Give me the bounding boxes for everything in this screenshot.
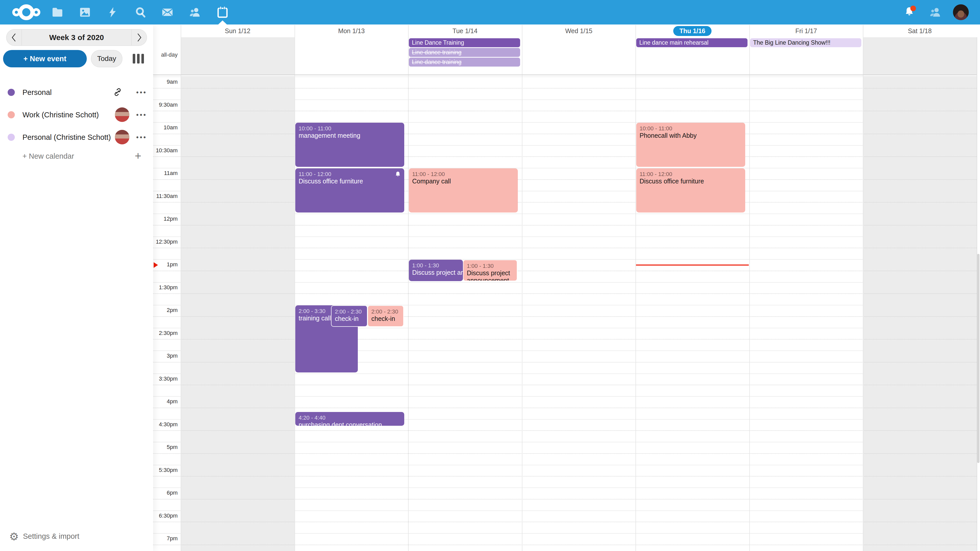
column-border — [181, 25, 181, 551]
all-day-event[interactable]: Line Dance Training — [409, 38, 520, 47]
notifications-bell-button[interactable] — [904, 6, 916, 18]
user-avatar[interactable] — [953, 4, 969, 20]
weekend-shading — [181, 37, 294, 75]
slot-minor-line — [153, 293, 977, 294]
calendar-list-item[interactable]: Personal••• — [0, 81, 153, 103]
calendar-list-item[interactable]: Work (Christine Schott)••• — [0, 103, 153, 126]
plus-icon[interactable]: + — [135, 149, 142, 162]
calendar-actions-menu[interactable]: ••• — [133, 126, 151, 148]
all-day-event[interactable]: The Big Line Dancing Show!!! — [750, 38, 861, 47]
day-header-wed[interactable]: Wed 1/15 — [522, 24, 636, 37]
calendar-list-item[interactable]: Personal (Christine Schott)••• — [0, 126, 153, 148]
event-time: 11:00 - 12:00 — [640, 171, 743, 178]
slot-line — [153, 487, 977, 488]
day-header-sun[interactable]: Sun 1/12 — [181, 24, 294, 37]
event-block[interactable]: 4:20 - 4:40purchasing dept conversation — [295, 412, 404, 426]
column-border — [749, 25, 750, 551]
event-block[interactable]: 10:00 - 11:00Phonecall with Abby — [636, 123, 745, 167]
all-day-event[interactable]: Line dance main rehearsal — [636, 38, 748, 47]
all-day-event[interactable]: Line dance training — [409, 48, 520, 57]
slot-minor-line — [153, 545, 977, 545]
time-label: 9:30am — [153, 102, 178, 108]
slot-minor-line — [153, 88, 977, 89]
calendar-actions-menu[interactable]: ••• — [133, 103, 151, 126]
event-title: Discuss project announcement — [467, 269, 515, 281]
view-bar-icon — [137, 54, 140, 64]
day-header-mon[interactable]: Mon 1/13 — [294, 24, 408, 37]
contacts-menu-button[interactable] — [923, 0, 948, 24]
scrollbar-thumb[interactable] — [977, 254, 980, 463]
app-files[interactable] — [45, 0, 70, 24]
slot-minor-line — [153, 522, 977, 522]
slot-line — [153, 419, 977, 420]
time-label: 11am — [153, 170, 178, 176]
event-block[interactable]: 1:00 - 1:30Discuss project announcement — [463, 260, 517, 281]
event-block[interactable]: 11:00 - 12:00Discuss office furniture — [295, 168, 404, 213]
event-time: 2:00 - 2:30 — [335, 308, 365, 315]
chevron-right-icon — [136, 33, 142, 42]
calendar-color-dot — [8, 111, 15, 118]
calendar-color-dot — [8, 134, 15, 141]
top-navigation-bar — [0, 0, 980, 24]
time-label: 11:30am — [153, 193, 178, 200]
slot-minor-line — [153, 316, 977, 317]
slot-minor-line — [153, 453, 977, 454]
avatar-face — [958, 11, 964, 17]
calendar-actions-menu[interactable]: ••• — [133, 81, 151, 103]
settings-import[interactable]: ⚙ Settings & import — [0, 529, 153, 545]
day-header-tue[interactable]: Tue 1/14 — [408, 24, 522, 37]
time-label: 10:30am — [153, 147, 178, 154]
column-border — [863, 25, 863, 551]
calendar-name: Work (Christine Schott) — [22, 111, 99, 119]
day-header-sat[interactable]: Sat 1/18 — [863, 24, 977, 37]
slot-minor-line — [153, 385, 977, 385]
event-title: Phonecall with Abby — [640, 132, 743, 139]
time-label: 6pm — [153, 489, 178, 496]
all-day-event[interactable]: Line dance training — [409, 58, 520, 67]
event-block[interactable]: 2:00 - 2:30check-in — [331, 305, 368, 327]
slot-line — [153, 168, 977, 168]
week-label[interactable]: Week 3 of 2020 — [21, 30, 132, 45]
event-title: Discuss office furniture — [640, 178, 743, 185]
event-time: 4:20 - 4:40 — [299, 414, 402, 421]
time-label: 2pm — [153, 307, 178, 313]
time-label: 5pm — [153, 444, 178, 451]
nextcloud-logo-icon[interactable] — [6, 0, 45, 24]
calendar-owner-avatar — [115, 130, 129, 144]
event-block[interactable]: 11:00 - 12:00Company call — [409, 168, 518, 213]
new-calendar-item[interactable]: + New calendar+ — [0, 148, 153, 166]
day-header-thu[interactable]: Thu 1/16 — [635, 24, 749, 37]
new-event-button[interactable]: + New event — [3, 50, 87, 67]
new-calendar-label: + New calendar — [22, 152, 74, 160]
chevron-left-icon — [11, 33, 18, 42]
slot-line — [153, 510, 977, 511]
event-block[interactable]: 2:00 - 2:30check-in — [368, 305, 404, 327]
previous-week-button[interactable] — [6, 30, 21, 45]
app-contacts[interactable] — [183, 0, 207, 24]
weekend-shading — [181, 76, 294, 551]
day-header-fri[interactable]: Fri 1/17 — [749, 24, 863, 37]
app-calendar[interactable] — [210, 0, 235, 24]
app-activity[interactable] — [100, 0, 125, 24]
slot-line — [153, 100, 977, 100]
slot-minor-line — [153, 339, 977, 340]
view-toggle-button[interactable] — [133, 54, 145, 64]
event-title: check-in — [371, 315, 401, 322]
share-link-icon[interactable] — [113, 87, 123, 97]
view-bar-icon — [142, 54, 144, 64]
contacts-icon — [929, 6, 942, 18]
next-week-button[interactable] — [132, 30, 146, 45]
event-title: check-in — [335, 315, 365, 322]
app-search[interactable] — [128, 0, 153, 24]
event-block[interactable]: 10:00 - 11:00management meeting — [295, 123, 404, 167]
app-mail[interactable] — [155, 0, 180, 24]
time-label: 9am — [153, 79, 178, 85]
event-time: 1:00 - 1:30 — [412, 262, 461, 269]
app-photos[interactable] — [73, 0, 97, 24]
notification-dot — [910, 6, 916, 11]
column-border — [408, 25, 409, 551]
event-block[interactable]: 11:00 - 12:00Discuss office furniture — [636, 168, 745, 213]
calendar-owner-avatar — [115, 107, 129, 122]
today-button[interactable]: Today — [91, 50, 123, 67]
event-block[interactable]: 1:00 - 1:30Discuss project announcement — [409, 260, 463, 281]
